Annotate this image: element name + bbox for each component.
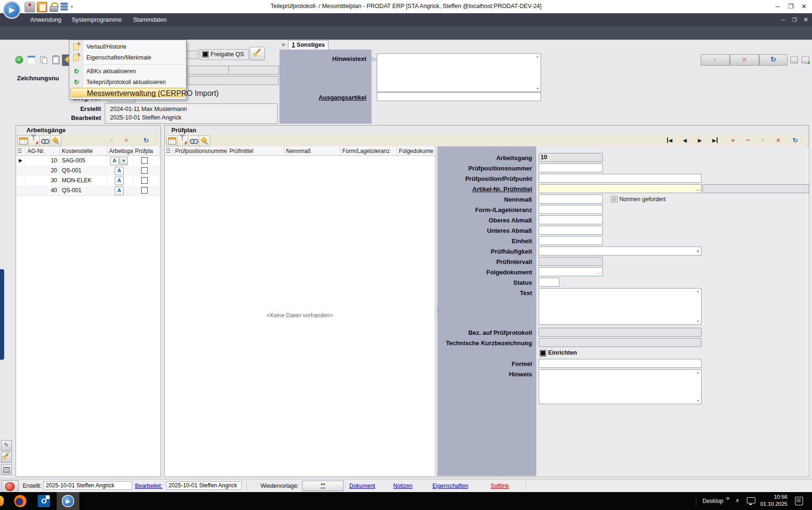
scroll-down-icon[interactable]: ▼ — [536, 87, 539, 91]
binoculars-search-icon[interactable] — [39, 136, 51, 146]
freigabe-qs-checkbox[interactable] — [202, 51, 209, 58]
quick-access-chevron-down-icon[interactable]: ▾ — [71, 4, 73, 9]
ausgangsartikel-field[interactable] — [377, 92, 541, 101]
col-arbeitsgang[interactable]: Arbeitsga — [107, 146, 133, 156]
header-field-row2a[interactable] — [187, 66, 230, 75]
refresh-rows-icon[interactable]: ↻ — [789, 136, 802, 145]
taskbar-prodat-button[interactable]: ▶ — [57, 492, 79, 510]
pruefpositionsnummer-field[interactable] — [539, 163, 603, 172]
cell-ag-nr[interactable]: 10 — [25, 156, 60, 165]
nav-last-icon[interactable]: ▶ — [709, 136, 721, 145]
window-minimize-button[interactable]: ─ — [771, 1, 784, 11]
col-pruefmittel[interactable]: Prüfmittel — [228, 146, 284, 156]
new-window-icon[interactable] — [25, 54, 37, 65]
scroll-up-icon[interactable]: ▲ — [696, 289, 700, 293]
pruefhaeufigkeit-combobox[interactable]: ▼ — [539, 246, 702, 255]
quick-access-lock-icon[interactable] — [49, 2, 58, 11]
table-row[interactable]: 30 MON-ELEK A — [16, 176, 160, 186]
pruefplan-checkbox[interactable] — [141, 157, 148, 164]
pruefplan-checkbox[interactable] — [141, 177, 148, 184]
einrichten-checkbox[interactable] — [540, 350, 546, 357]
format-text-button[interactable]: A — [115, 187, 124, 195]
col-pruefplan[interactable]: Prüfpla — [133, 146, 160, 156]
quick-access-database-icon[interactable] — [60, 2, 69, 11]
format-text-button[interactable]: A — [115, 177, 124, 185]
statusbar-link-softlink[interactable]: Softlink — [491, 483, 509, 489]
formel-field[interactable] — [539, 359, 702, 368]
pen-tool-button[interactable]: ✎ — [1, 440, 12, 451]
mdi-restore-button[interactable]: ❐ — [789, 16, 800, 24]
combo-arrow-icon[interactable]: ▼ — [696, 247, 700, 255]
status-field[interactable] — [539, 278, 559, 287]
taskbar-partial-icon[interactable] — [0, 496, 4, 506]
cell-kostenstelle[interactable]: QS-001 — [60, 186, 107, 195]
report-export-icon[interactable] — [800, 54, 811, 65]
cancel-button[interactable]: ✕ — [730, 54, 759, 66]
nav-previous-icon[interactable]: ◀ — [678, 136, 691, 145]
taskbar-desktop-label[interactable]: Desktop — [702, 498, 723, 504]
cell-ag-nr[interactable]: 40 — [25, 186, 60, 195]
scroll-up-icon[interactable]: ▲ — [536, 55, 539, 59]
table-row[interactable]: 20 QS-001 A — [16, 166, 160, 176]
quick-access-addressbook-icon[interactable] — [37, 2, 47, 12]
cell-kostenstelle[interactable]: QS-001 — [60, 166, 107, 175]
statusbar-link-eigenschaften[interactable]: Eigenschaften — [432, 483, 468, 489]
unteres-abmass-field[interactable] — [539, 226, 603, 235]
hinweis-field[interactable]: ▲ ▼ — [539, 369, 702, 404]
quick-access-contact-icon[interactable] — [25, 2, 35, 12]
col-pruefpositionsnummer[interactable]: Prüfpositionsnumme — [173, 146, 228, 156]
row-refresh-icon[interactable]: ↻ — [140, 136, 152, 145]
mdi-minimize-button[interactable]: ─ — [778, 16, 788, 24]
pruefplan-checkbox[interactable] — [141, 187, 148, 194]
clear-broom-button[interactable] — [250, 47, 265, 60]
tab-sonstiges[interactable]: 1 Sonstiges — [288, 40, 329, 50]
add-row-icon[interactable]: ＋ — [727, 136, 739, 145]
save-confirm-button[interactable]: ✓ — [701, 54, 730, 66]
text-field[interactable]: ▲ ▼ — [539, 288, 702, 325]
menu-item-teilepruefprotokoll-aktualisieren[interactable]: ↻ Teileprüfprotokoll aktualisieren — [69, 77, 186, 88]
record-state-button[interactable] — [1, 480, 19, 493]
taskbar-outlook-icon[interactable]: O — [38, 495, 50, 507]
browse-ellipsis-button[interactable]: ... — [696, 185, 700, 192]
zeichnungsnummer-field[interactable] — [187, 76, 279, 85]
statusbar-link-dokument[interactable]: Dokument — [349, 483, 375, 489]
menu-anwendung[interactable]: Anwendung — [30, 13, 61, 26]
statusbar-bearbeitet-link[interactable]: Bearbeitet: — [135, 483, 162, 489]
clock-time[interactable]: 10:56 — [759, 494, 787, 500]
nav-first-icon[interactable]: ◀ — [663, 136, 676, 145]
col-ag-nr[interactable]: AG-Nr. — [25, 146, 60, 156]
taskbar-firefox-icon[interactable] — [14, 495, 26, 507]
menu-item-messwertverwaltung[interactable]: Messwertverwaltung (CERPRO Import) — [70, 88, 185, 97]
menu-item-abks-aktualisieren[interactable]: ↻ ABKs aktualisieren — [69, 66, 186, 77]
cancel-row-icon[interactable]: ✕ — [772, 136, 785, 145]
cell-ag-nr[interactable]: 20 — [25, 166, 60, 175]
menu-stammdaten[interactable]: Stammdaten — [133, 13, 167, 26]
network-display-icon[interactable] — [747, 497, 755, 503]
confirm-row-icon[interactable]: ✓ — [757, 136, 770, 145]
col-folgedokument[interactable]: Folgedokume — [397, 146, 435, 156]
filter-remove-icon[interactable]: ✗ — [28, 136, 40, 146]
cell-kostenstelle[interactable]: SAG-005 — [60, 156, 107, 165]
collapsed-panel-tab[interactable]: ⋮⋮ — [0, 269, 4, 360]
hinweistext-field[interactable]: ▲ ▼ — [377, 53, 541, 92]
pruefposition-field[interactable] — [539, 174, 702, 183]
dropdown-button[interactable]: ▼ — [119, 157, 128, 165]
app-logo[interactable]: ▶ — [3, 1, 21, 19]
taskbar-overflow-chevron[interactable]: » — [726, 494, 729, 502]
report-icon[interactable] — [788, 54, 799, 65]
scroll-down-icon[interactable]: ▼ — [696, 320, 700, 323]
col-nennmass[interactable]: Nennmaß — [284, 146, 340, 156]
filter-remove-icon[interactable]: ✗ — [177, 136, 188, 146]
cell-ag-nr[interactable]: 30 — [25, 176, 60, 185]
binoculars-search-icon[interactable] — [188, 136, 199, 146]
format-text-button[interactable]: A — [110, 157, 119, 165]
pruefplan-checkbox[interactable] — [141, 167, 148, 174]
normen-gefordert-checkbox[interactable] — [611, 196, 617, 203]
scroll-down-icon[interactable]: ▼ — [696, 399, 700, 403]
artikel-nr-pruefmittel-label[interactable]: Artikel-Nr. Prüfmittel — [438, 186, 532, 193]
show-hidden-icons-chevron[interactable]: ∧ — [736, 497, 739, 503]
arbeitsgang-field[interactable]: 10 — [539, 153, 603, 162]
row-cancel-icon[interactable]: ✕ — [120, 136, 133, 145]
wizard-icon[interactable] — [50, 136, 61, 146]
form-lagetoleranz-field[interactable] — [539, 205, 603, 214]
